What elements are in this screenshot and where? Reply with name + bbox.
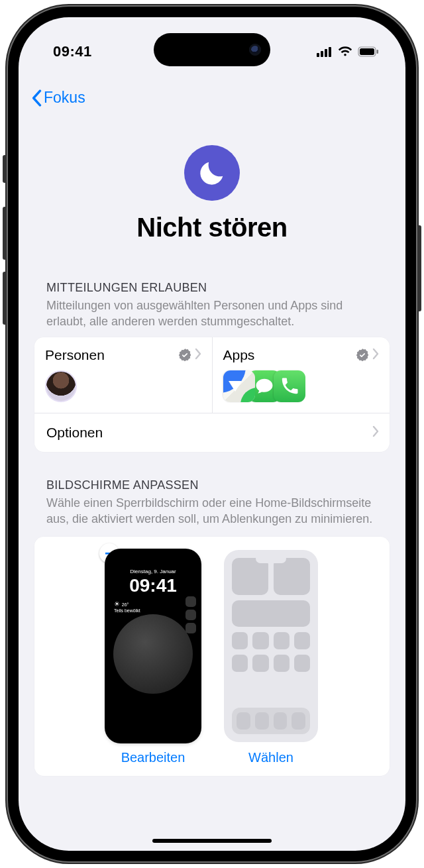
thumb-weather-widget: ☀ 26° Teils bewölkt [114,600,140,614]
moon-icon [197,158,227,188]
page-title: Nicht stören [34,213,390,243]
svg-rect-0 [317,53,319,57]
phone-app-icon [274,370,305,402]
home-screen-thumbnail[interactable] [224,550,318,742]
thumb-time: 09:41 [106,575,200,596]
screens-section-heading: BILDSCHIRME ANPASSEN [46,478,378,492]
allow-section-description: Mitteilungen von ausgewählten Personen u… [46,298,378,330]
edit-lock-screen-button[interactable]: Bearbeiten [121,750,186,765]
thumb-date: Dienstag, 9. Januar [106,569,200,574]
chevron-right-icon [195,347,201,364]
people-cell[interactable]: Personen [34,337,212,413]
allowed-apps-list [223,370,380,402]
allow-notifications-card: Personen Apps [34,337,390,452]
status-icons [317,46,379,57]
home-indicator[interactable] [152,839,272,843]
chevron-right-icon [372,424,379,441]
chevron-left-icon [30,89,42,107]
options-label: Optionen [46,425,103,441]
thumb-side-widgets [186,596,196,633]
volume-down-button [3,272,7,325]
svg-rect-2 [325,49,327,57]
svg-rect-5 [360,48,374,55]
choose-home-screen-button[interactable]: Wählen [248,750,293,765]
screens-section-description: Wähle einen Sperrbildschirm oder eine Ho… [46,495,378,527]
side-button [417,225,421,311]
status-time: 09:41 [53,43,92,60]
customize-screens-card: − Dienstag, 9. Januar 09:41 ☀ 26° Teils … [34,537,390,776]
chevron-right-icon [372,347,379,364]
verified-badge-icon [355,348,370,362]
apps-cell[interactable]: Apps [212,337,390,413]
battery-icon [358,46,379,57]
mute-switch [3,155,7,183]
options-row[interactable]: Optionen [34,413,390,452]
verified-badge-icon [178,348,192,362]
allow-section-heading: MITTEILUNGEN ERLAUBEN [46,281,378,295]
home-screen-column: Wählen [224,550,318,765]
maps-app-icon [223,370,255,402]
contact-avatar [45,370,77,402]
dynamic-island [154,33,270,66]
apps-label: Apps [223,347,356,363]
volume-up-button [3,207,7,260]
page-header: Nicht stören [34,145,390,243]
wifi-icon [338,46,352,57]
lock-screen-column: − Dienstag, 9. Januar 09:41 ☀ 26° Teils … [106,550,200,765]
content-scroll[interactable]: Fokus Nicht stören MITTEILUNGEN ERLAUBEN… [19,81,405,851]
back-label: Fokus [44,89,85,107]
back-button[interactable]: Fokus [30,89,85,107]
people-label: Personen [45,347,178,363]
screen: 09:41 Fokus Nicht stören MITTEILUNGEN ER… [19,17,405,851]
lock-screen-thumbnail[interactable]: Dienstag, 9. Januar 09:41 ☀ 26° Teils be… [106,550,200,742]
svg-rect-6 [377,50,379,54]
front-camera-icon [249,44,261,56]
cellular-icon [317,46,333,57]
svg-rect-1 [321,51,323,57]
iphone-device-frame: 09:41 Fokus Nicht stören MITTEILUNGEN ER… [0,0,424,868]
focus-mode-icon [184,145,240,201]
svg-rect-3 [329,47,331,57]
